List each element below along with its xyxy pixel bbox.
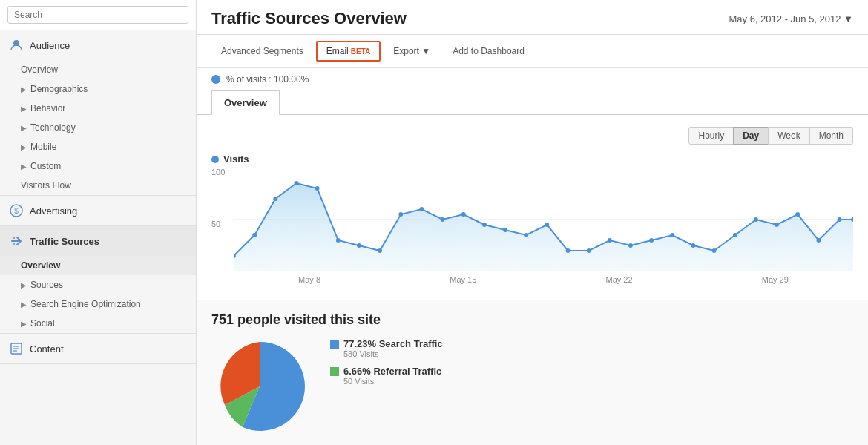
sidebar-item-visitors-flow[interactable]: Visitors Flow: [0, 176, 196, 195]
svg-point-25: [524, 233, 528, 237]
svg-point-26: [545, 222, 549, 227]
svg-point-38: [795, 212, 800, 217]
y-label-50: 50: [211, 220, 229, 228]
svg-point-37: [775, 222, 779, 227]
behavior-label: Behavior: [30, 103, 65, 113]
dollar-icon: $: [9, 203, 24, 218]
date-range-text: May 6, 2012 - Jun 5, 2012 ▼: [729, 13, 853, 24]
pie-chart: [211, 338, 308, 435]
svg-point-19: [398, 212, 403, 217]
main-content: Traffic Sources Overview May 6, 2012 - J…: [197, 0, 868, 445]
email-button[interactable]: Email BETA: [316, 41, 381, 62]
x-label-may15: May 15: [450, 275, 476, 284]
sidebar-item-technology[interactable]: ▶Technology: [0, 118, 196, 137]
sources-label: Sources: [30, 280, 63, 290]
month-button[interactable]: Month: [809, 127, 853, 145]
x-label-may29: May 29: [762, 275, 789, 284]
email-label: Email: [326, 46, 349, 56]
sidebar-item-overview[interactable]: Overview: [0, 60, 196, 79]
main-header: Traffic Sources Overview May 6, 2012 - J…: [197, 0, 868, 35]
arrow-icon: ▶: [21, 85, 27, 93]
sidebar-item-advertising[interactable]: $ Advertising: [0, 196, 196, 225]
content-icon: [9, 341, 24, 356]
svg-point-27: [566, 248, 571, 253]
svg-point-21: [441, 217, 445, 222]
arrow-icon: ▶: [21, 162, 27, 171]
chart-y-labels: 100 50: [211, 168, 234, 271]
sidebar-traffic-label: Traffic Sources: [30, 236, 99, 247]
add-to-dashboard-button[interactable]: Add to Dashboard: [443, 42, 534, 61]
sidebar-item-social[interactable]: ▶Social: [0, 314, 196, 333]
sidebar-section-advertising: $ Advertising: [0, 196, 196, 226]
arrow-icon: ▶: [21, 105, 27, 113]
svg-point-22: [461, 212, 466, 217]
sidebar-item-audience[interactable]: Audience: [0, 30, 196, 60]
svg-point-16: [336, 238, 341, 243]
svg-point-40: [838, 217, 842, 222]
sidebar-section-audience: Audience Overview ▶Demographics ▶Behavio…: [0, 30, 196, 196]
sidebar-item-behavior[interactable]: ▶Behavior: [0, 99, 196, 118]
y-label-100: 100: [211, 168, 229, 177]
day-button[interactable]: Day: [733, 127, 769, 145]
svg-point-35: [733, 233, 737, 237]
tab-overview-label: Overview: [224, 97, 267, 108]
svg-point-32: [670, 233, 674, 237]
sidebar-item-traffic-sources[interactable]: Traffic Sources: [0, 226, 196, 256]
svg-point-28: [587, 248, 591, 253]
date-range[interactable]: May 6, 2012 - Jun 5, 2012 ▼: [729, 13, 853, 24]
pie-svg: [211, 338, 308, 435]
arrow-icon: ▶: [21, 143, 27, 151]
sidebar-audience-label: Audience: [30, 40, 70, 51]
sidebar-item-seo[interactable]: ▶Search Engine Optimization: [0, 294, 196, 314]
svg-point-15: [315, 186, 320, 191]
search-input[interactable]: [7, 6, 188, 24]
person-icon: [9, 38, 24, 53]
sidebar-item-sources[interactable]: ▶Sources: [0, 275, 196, 294]
svg-point-24: [503, 228, 507, 232]
advanced-segments-button[interactable]: Advanced Segments: [211, 42, 313, 61]
hourly-button[interactable]: Hourly: [688, 127, 734, 145]
sidebar-item-content[interactable]: Content: [0, 334, 196, 363]
svg-point-12: [252, 233, 257, 237]
chart-svg: [234, 168, 853, 271]
audience-submenu: Overview ▶Demographics ▶Behavior ▶Techno…: [0, 60, 196, 195]
visits-dot-icon: [211, 75, 220, 84]
toolbar: Advanced Segments Email BETA Export ▼ Ad…: [197, 35, 868, 68]
tab-overview[interactable]: Overview: [211, 90, 280, 115]
svg-point-17: [357, 243, 361, 248]
sidebar-section-traffic: Traffic Sources Overview ▶Sources ▶Searc…: [0, 226, 196, 334]
legend-row-referral: 6.66% Referral Traffic: [330, 366, 853, 377]
svg-point-33: [691, 243, 696, 248]
export-button[interactable]: Export ▼: [384, 42, 440, 61]
arrow-icon: ▶: [21, 281, 27, 289]
sidebar: Audience Overview ▶Demographics ▶Behavio…: [0, 0, 197, 445]
traffic-submenu: Overview ▶Sources ▶Search Engine Optimiz…: [0, 256, 196, 333]
svg-point-31: [649, 238, 654, 243]
overview-label: Overview: [21, 65, 58, 75]
svg-point-39: [816, 238, 821, 243]
stats-content: 77.23% Search Traffic 580 Visits 6.66% R…: [211, 338, 853, 435]
search-bar[interactable]: [0, 0, 196, 30]
seo-label: Search Engine Optimization: [30, 299, 141, 309]
export-arrow-icon: ▼: [421, 46, 430, 56]
traffic-arrow-icon: [9, 234, 24, 248]
week-button[interactable]: Week: [768, 127, 809, 145]
visits-circle-icon: [211, 156, 219, 163]
sidebar-item-mobile[interactable]: ▶Mobile: [0, 137, 196, 156]
search-traffic-dot: [330, 340, 339, 349]
svg-point-23: [482, 222, 487, 227]
sidebar-item-traffic-overview[interactable]: Overview: [0, 256, 196, 275]
x-label-may8: May 8: [298, 275, 320, 284]
sidebar-item-demographics[interactable]: ▶Demographics: [0, 79, 196, 99]
social-label: Social: [30, 318, 55, 329]
demographics-label: Demographics: [30, 84, 88, 94]
sidebar-item-custom[interactable]: ▶Custom: [0, 156, 196, 176]
visitors-flow-label: Visitors Flow: [21, 180, 71, 191]
week-label: Week: [777, 131, 800, 141]
visits-text: Visits: [223, 154, 249, 165]
search-traffic-percent: 77.23% Search Traffic: [343, 338, 443, 349]
svg-text:$: $: [14, 207, 19, 215]
svg-point-13: [273, 197, 277, 201]
x-label-may22: May 22: [606, 275, 633, 284]
legend-row-search: 77.23% Search Traffic: [330, 338, 853, 349]
